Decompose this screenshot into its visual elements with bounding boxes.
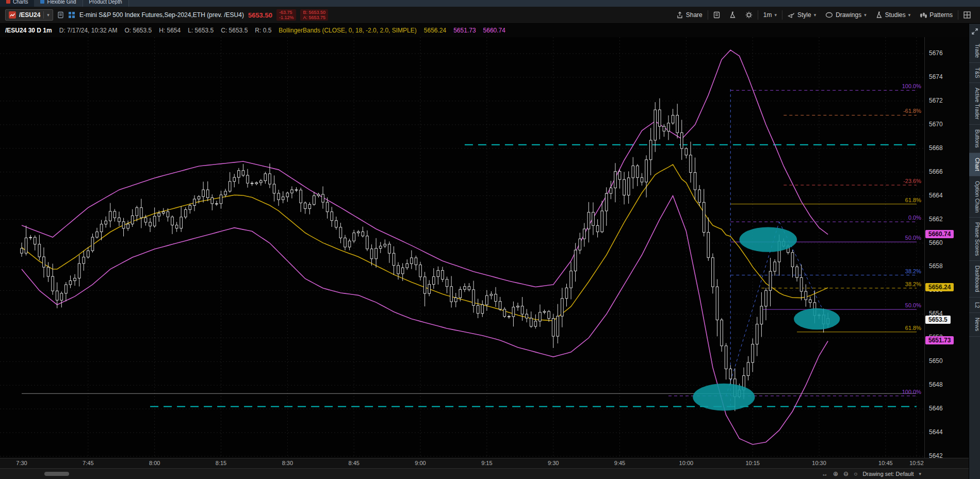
- fib-level-label: 100.0%: [902, 83, 922, 89]
- style-icon: [788, 12, 795, 19]
- pan-horizontal-icon[interactable]: ↔: [822, 470, 828, 477]
- x-axis-label: 9:15: [477, 460, 497, 466]
- flask-icon: [729, 11, 736, 19]
- fib-level-label: -61.8%: [903, 108, 921, 114]
- y-axis-label: 5648: [929, 381, 943, 389]
- bar-high: H: 5654: [159, 27, 181, 34]
- fib-level-label: 100.0%: [902, 389, 922, 395]
- tab-product-depth[interactable]: Product Depth: [83, 0, 129, 7]
- fib-level-label: 61.8%: [905, 325, 921, 331]
- fib-level-label: -23.6%: [903, 178, 921, 184]
- price-axis[interactable]: 5642564456465648565056525654565656585660…: [924, 37, 969, 458]
- chevron-down-icon: ▾: [908, 13, 911, 18]
- y-axis-label: 5674: [929, 73, 943, 81]
- symbol-chart-icon: [9, 11, 16, 19]
- y-axis-label: 5666: [929, 168, 943, 176]
- x-axis-label: 10:45: [875, 460, 896, 466]
- settings-button[interactable]: [741, 9, 757, 21]
- last-price: 5653.50: [248, 11, 272, 19]
- divider: [43, 11, 44, 19]
- share-button[interactable]: Share: [672, 9, 707, 21]
- expand-button[interactable]: [971, 24, 978, 39]
- studies-dropdown[interactable]: Studies ▾: [872, 9, 915, 21]
- x-axis-label: 7:30: [11, 460, 32, 466]
- tab-product-depth-label: Product Depth: [89, 0, 122, 5]
- grid-view-icon[interactable]: [68, 11, 75, 19]
- y-axis-label: 5662: [929, 216, 943, 224]
- ellipse-tool-icon[interactable]: ○: [854, 470, 857, 477]
- tab-charts[interactable]: Charts: [0, 0, 34, 7]
- change-value: -63.75: [279, 10, 294, 15]
- tab-flexible-grid-label: Flexible Grid: [47, 0, 76, 5]
- sidebar-tab-l2[interactable]: L2: [969, 298, 980, 313]
- drawings-dropdown[interactable]: Drawings ▾: [821, 9, 871, 21]
- chevron-down-icon: ▾: [814, 13, 816, 18]
- divider: [782, 10, 782, 20]
- zoom-in-icon[interactable]: ⊕: [833, 470, 838, 477]
- chart-symbol-summary[interactable]: /ESU24 30 D 1m: [5, 27, 52, 34]
- study-lower-value: 5651.73: [453, 27, 476, 34]
- analysis-button[interactable]: [725, 9, 740, 21]
- toolbar-right-group: Share: [672, 9, 975, 21]
- change-badge: -63.75 -1.12%: [276, 9, 297, 21]
- symbol-selector[interactable]: /ESU24 ▾: [5, 9, 53, 21]
- time-axis[interactable]: 7:307:458:008:158:308:459:009:159:309:45…: [0, 458, 969, 468]
- chart-toolbar: /ESU24 ▾ E-mini S&P 500 Index Futures,Se…: [0, 7, 980, 24]
- price-bubble: 5660.74: [925, 230, 954, 238]
- x-axis-label: 10:52: [906, 460, 927, 466]
- horizontal-scrollbar-thumb[interactable]: [44, 472, 69, 476]
- zoom-out-icon[interactable]: ⊖: [843, 470, 848, 477]
- fib-level-label: 38.2%: [905, 281, 921, 287]
- expand-arrows-icon: [971, 28, 978, 35]
- right-sidebar-tabs: Trade T&S Active Trader Buttons Chart Op…: [969, 24, 980, 479]
- change-percent: -1.12%: [279, 15, 294, 20]
- ellipse-tool-icon: [825, 12, 833, 18]
- note-icon: [713, 11, 720, 19]
- chart-info-bar: /ESU24 30 D 1m D: 7/17/24, 10:32 AM O: 5…: [0, 24, 969, 37]
- sidebar-tab-news[interactable]: News: [969, 313, 980, 336]
- sidebar-tab-active-trader[interactable]: Active Trader: [969, 83, 980, 125]
- patterns-icon: [920, 12, 927, 19]
- sidebar-tab-dashboard[interactable]: Dashboard: [969, 261, 980, 297]
- style-dropdown[interactable]: Style ▾: [783, 9, 820, 21]
- candlestick-chart[interactable]: 100.0%-61.8%-23.6%61.8%0.0%50.0%38.2%38.…: [0, 37, 924, 458]
- highlight-ellipse-drawing[interactable]: [739, 227, 797, 252]
- highlight-ellipse-drawing[interactable]: [794, 308, 840, 329]
- chevron-down-icon[interactable]: ▾: [919, 472, 921, 476]
- sidebar-tab-time-and-sales[interactable]: T&S: [969, 63, 980, 83]
- link-icon[interactable]: [57, 11, 64, 19]
- fib-level-label: 50.0%: [905, 302, 921, 308]
- divider: [708, 10, 708, 20]
- tab-flexible-grid[interactable]: Flexible Grid: [34, 0, 82, 7]
- timeframe-dropdown[interactable]: 1m ▾: [759, 9, 781, 21]
- bottom-right-controls: ↔ ⊕ ⊖ ○ Drawing set: Default ▾: [822, 470, 969, 477]
- y-axis-label: 5676: [929, 49, 943, 58]
- price-bubble: 5656.24: [925, 283, 954, 291]
- layout-button[interactable]: [959, 9, 975, 21]
- bar-range: R: 0.5: [255, 27, 271, 34]
- chart-plot-area[interactable]: 100.0%-61.8%-23.6%61.8%0.0%50.0%38.2%38.…: [0, 37, 924, 458]
- top-menu-strip: Charts Flexible Grid Product Depth: [0, 0, 980, 7]
- sidebar-tab-trade[interactable]: Trade: [969, 39, 980, 63]
- bar-open: O: 5653.5: [124, 27, 152, 34]
- y-axis-label: 5644: [929, 428, 943, 437]
- drawing-set-selector[interactable]: Drawing set: Default: [862, 471, 913, 477]
- y-axis-label: 5660: [929, 239, 943, 247]
- instrument-description: E-mini S&P 500 Index Futures,Sep-2024,ET…: [79, 11, 244, 19]
- bid-ask-badge: B: 5653.50 A: 5653.75: [300, 9, 328, 21]
- chevron-down-icon: ▾: [864, 13, 867, 18]
- study-label[interactable]: BollingerBands (CLOSE, 0, 18, -2.0, 2.0,…: [279, 27, 416, 34]
- sidebar-tab-chart[interactable]: Chart: [969, 153, 980, 176]
- x-axis-label: 9:00: [410, 460, 431, 466]
- sidebar-tab-buttons[interactable]: Buttons: [969, 125, 980, 153]
- symbol-input[interactable]: /ESU24: [19, 11, 40, 19]
- x-axis-label: 8:00: [144, 460, 165, 466]
- beaker-icon: [876, 11, 883, 19]
- notes-button[interactable]: [709, 9, 724, 21]
- sidebar-tab-phase-scores[interactable]: Phase Scores: [969, 218, 980, 261]
- bid-value: B: 5653.50: [303, 10, 325, 15]
- highlight-ellipse-drawing[interactable]: [693, 384, 755, 411]
- patterns-dropdown[interactable]: Patterns: [916, 9, 957, 21]
- chevron-down-icon[interactable]: ▾: [47, 13, 50, 18]
- sidebar-tab-option-chain[interactable]: Option Chain: [969, 176, 980, 218]
